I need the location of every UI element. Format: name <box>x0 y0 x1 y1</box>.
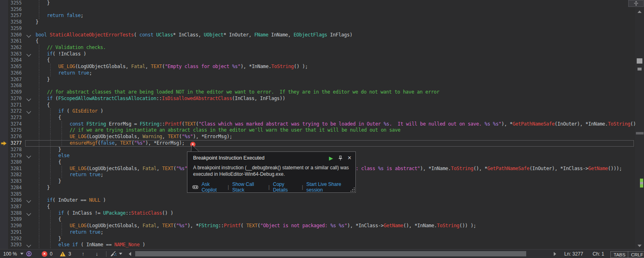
error-count-icon[interactable]: × <box>42 249 47 258</box>
line-margin[interactable] <box>0 26 8 32</box>
code-text-area[interactable] <box>35 83 635 89</box>
zoom-level[interactable]: 100 % <box>3 249 17 258</box>
code-text-area[interactable]: const FString ErrorMsg = FString::Printf… <box>35 121 635 128</box>
fold-chevron-icon[interactable] <box>26 33 31 37</box>
line-margin[interactable] <box>0 178 8 185</box>
fold-margin[interactable] <box>23 108 35 115</box>
code-text-area[interactable]: } <box>35 77 635 83</box>
fold-margin[interactable] <box>23 96 35 102</box>
line-margin[interactable] <box>0 0 8 6</box>
line-margin[interactable] <box>0 77 8 83</box>
fold-margin[interactable] <box>23 51 35 58</box>
line-margin[interactable] <box>0 115 8 121</box>
code-text-area[interactable]: UE_LOG(LogUObjectGlobals, Warning, TEXT(… <box>35 134 635 140</box>
line-margin[interactable] <box>0 13 8 19</box>
code-text-area[interactable]: { <box>35 38 635 45</box>
line-ending-indicator[interactable]: CRLF <box>628 251 644 258</box>
line-margin[interactable] <box>0 242 8 248</box>
code-text-area[interactable]: UE_LOG(LogUObjectGlobals, Fatal, TEXT("E… <box>35 64 635 70</box>
code-text-area[interactable]: ensureMsgf(false, TEXT("%s"), *ErrorMsg)… <box>35 140 635 147</box>
zoom-dropdown-icon[interactable] <box>20 249 23 258</box>
line-margin[interactable] <box>0 83 8 89</box>
line-margin[interactable] <box>0 51 8 58</box>
code-text-area[interactable]: UE_LOG(LogUObjectGlobals, Fatal, TEXT("%… <box>35 223 635 229</box>
line-margin[interactable] <box>0 197 8 204</box>
line-margin[interactable] <box>0 70 8 77</box>
line-margin[interactable] <box>0 166 8 172</box>
code-text-area[interactable]: // if we are trying instantiate an abstr… <box>35 127 635 134</box>
line-margin[interactable] <box>0 191 8 198</box>
fold-margin[interactable] <box>23 32 35 38</box>
line-margin[interactable] <box>0 57 8 64</box>
line-margin[interactable] <box>0 89 8 96</box>
error-count[interactable]: 0 <box>50 249 53 258</box>
pin-icon[interactable] <box>338 156 343 161</box>
line-margin[interactable] <box>0 121 8 128</box>
line-margin[interactable] <box>0 153 8 159</box>
scroll-position-thumb[interactable] <box>636 132 644 134</box>
code-text-area[interactable]: { <box>35 204 635 210</box>
code-text-area[interactable]: return true; <box>35 229 635 236</box>
line-margin[interactable] <box>0 147 8 153</box>
code-text-area[interactable]: { <box>35 102 635 109</box>
code-text-area[interactable]: } <box>35 0 635 6</box>
vertical-scrollbar[interactable] <box>635 0 644 249</box>
line-indicator[interactable]: Ln: 3277 <box>564 249 583 258</box>
line-margin[interactable] <box>0 236 8 242</box>
line-margin[interactable] <box>0 159 8 166</box>
fold-chevron-icon[interactable] <box>26 198 31 203</box>
fold-margin[interactable] <box>23 242 35 248</box>
code-text-area[interactable] <box>35 6 635 13</box>
fold-margin[interactable] <box>23 210 35 217</box>
scroll-down-icon[interactable] <box>638 245 642 247</box>
fold-chevron-icon[interactable] <box>26 211 31 215</box>
line-margin[interactable] <box>0 96 8 102</box>
line-margin[interactable] <box>0 19 8 26</box>
code-text-area[interactable]: // for abstract classes that are being l… <box>35 89 635 96</box>
line-margin[interactable] <box>0 102 8 109</box>
code-text-area[interactable]: if( !InClass ) <box>35 51 635 58</box>
continue-execution-icon[interactable]: ▶ <box>329 156 333 161</box>
start-live-share-link[interactable]: Start Live Share session <box>306 181 355 193</box>
line-margin[interactable] <box>0 45 8 51</box>
line-margin[interactable] <box>0 185 8 191</box>
split-editor-handle[interactable] <box>628 0 644 7</box>
code-cleanup-dropdown-icon[interactable] <box>119 249 122 258</box>
line-margin[interactable] <box>0 223 8 229</box>
code-text-area[interactable]: { <box>35 115 635 121</box>
fold-chevron-icon[interactable] <box>26 52 31 56</box>
fold-chevron-icon[interactable] <box>26 154 31 158</box>
code-text-area[interactable]: if ( InClass != UPackage::StaticClass() … <box>35 210 635 217</box>
resize-grip[interactable] <box>351 188 355 192</box>
code-text-area[interactable]: if ( GIsEditor ) <box>35 108 635 115</box>
show-call-stack-link[interactable]: Show Call Stack <box>232 181 265 193</box>
line-margin[interactable] <box>0 32 8 38</box>
warning-count-icon[interactable]: ! <box>60 249 66 258</box>
code-cleanup-broom-icon[interactable] <box>110 249 117 258</box>
fold-chevron-icon[interactable] <box>26 96 31 101</box>
code-text-area[interactable]: bool StaticAllocateObjectErrorTests( con… <box>35 32 635 38</box>
line-margin[interactable] <box>0 229 8 236</box>
ask-copilot-link[interactable]: Ask Copilot <box>202 181 225 193</box>
code-text-area[interactable]: return false; <box>35 13 635 19</box>
hscroll-right-icon[interactable] <box>554 249 556 258</box>
code-text-area[interactable]: if (FScopedAllowAbstractClassAllocation:… <box>35 96 635 102</box>
code-text-area[interactable]: // Validation checks. <box>35 45 635 51</box>
code-text-area[interactable]: { <box>35 216 635 223</box>
line-margin[interactable] <box>0 172 8 178</box>
code-text-area[interactable]: else if ( InName == NAME_None ) <box>35 242 635 248</box>
line-margin[interactable] <box>0 108 8 115</box>
warning-count[interactable]: 3 <box>68 249 71 258</box>
close-icon[interactable]: × <box>348 155 351 161</box>
code-text-area[interactable]: if( InOuter == NULL ) <box>35 197 635 204</box>
fold-margin[interactable] <box>23 153 35 159</box>
code-text-area[interactable] <box>35 26 635 32</box>
line-margin[interactable] <box>0 210 8 217</box>
code-text-area[interactable]: { <box>35 57 635 64</box>
scroll-up-icon[interactable] <box>638 11 642 13</box>
next-issue-icon[interactable]: ↓ <box>96 249 98 258</box>
line-margin[interactable] <box>0 127 8 134</box>
fold-chevron-icon[interactable] <box>26 109 31 114</box>
previous-issue-icon[interactable]: ↑ <box>82 249 85 258</box>
fold-margin[interactable] <box>23 197 35 204</box>
